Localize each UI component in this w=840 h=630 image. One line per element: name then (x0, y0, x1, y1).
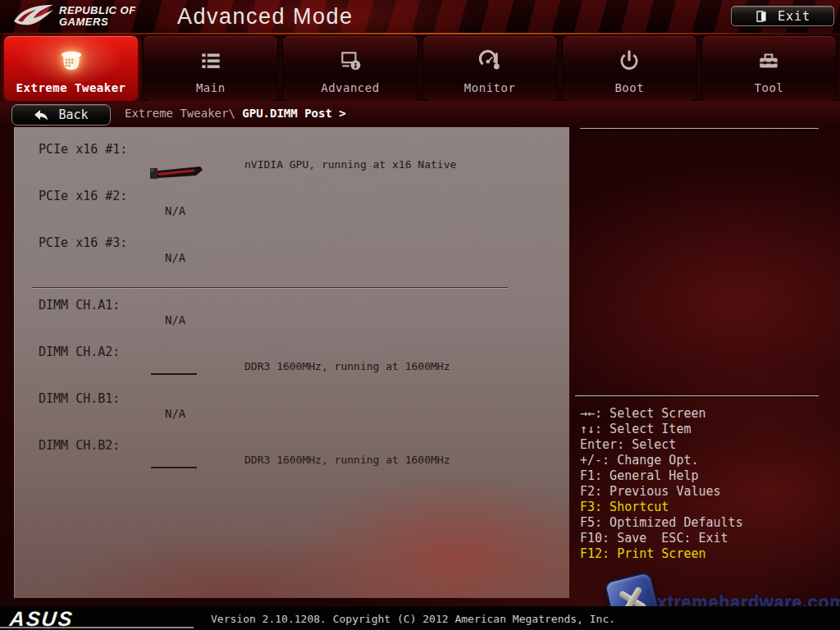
row-value: DDR3 1600MHz, running at 1600MHz (244, 360, 450, 372)
legend-item: ↑↓: Select Item (580, 422, 826, 437)
row-value: nVIDIA GPU, running at x16 Native (244, 158, 456, 171)
breadcrumb: Extreme Tweaker\ GPU.DIMM Post > (125, 107, 346, 120)
tab-extreme-tweaker[interactable]: Extreme Tweaker (4, 36, 138, 101)
tab-label: Main (144, 81, 277, 94)
sidebar-divider (575, 395, 819, 396)
legend-item: +/-: Change Opt. (580, 453, 826, 468)
dimm-stick-image (151, 467, 197, 468)
row-value: N/A (165, 251, 185, 264)
asus-underline (0, 627, 194, 628)
tab-label: Tool (702, 81, 836, 94)
brand-line2: GAMERS (59, 16, 136, 28)
tab-tool[interactable]: Tool (702, 36, 836, 101)
exit-label: Exit (778, 9, 810, 24)
tab-monitor[interactable]: Monitor (423, 36, 557, 101)
row-value: N/A (165, 204, 185, 217)
legend-item: Enter: Select (580, 437, 826, 453)
dimm-stick-image (151, 373, 197, 375)
bottom-bar: ASUS Version 2.10.1208. Copyright (C) 20… (0, 606, 840, 630)
page-title: Advanced Mode (177, 4, 354, 30)
top-bar: REPUBLIC OF GAMERS Advanced Mode Exit (0, 0, 840, 33)
legend-item: F5: Optimized Defaults (580, 515, 826, 531)
accent-divider (0, 33, 840, 34)
legend-item: F2: Previous Values (580, 484, 826, 500)
row-label: DIMM CH.A2: (39, 345, 120, 359)
tab-main[interactable]: Main (144, 36, 277, 101)
tab-label: Advanced (283, 81, 417, 94)
row-label: PCIe x16 #1: (39, 142, 127, 157)
tab-boot[interactable]: Boot (563, 36, 696, 101)
rog-eye-icon (13, 2, 56, 30)
breadcrumb-bar: Back Extreme Tweaker\ GPU.DIMM Post > (0, 101, 840, 130)
key-legend: →←: Select Screen ↑↓: Select Item Enter:… (580, 406, 826, 562)
tab-advanced[interactable]: Advanced (283, 36, 417, 101)
power-icon (563, 43, 696, 78)
breadcrumb-current: GPU.DIMM Post > (242, 107, 345, 120)
row-label: DIMM CH.A1: (39, 298, 120, 313)
row-label: PCIe x16 #2: (39, 189, 127, 203)
legend-item: →←: Select Screen (580, 406, 826, 422)
brand-line1: REPUBLIC OF (59, 5, 136, 16)
back-arrow-icon (34, 109, 48, 121)
tab-bar: Extreme Tweaker Main (0, 36, 840, 101)
back-label: Back (58, 107, 88, 122)
gauge-thermometer-icon (423, 43, 557, 78)
brand-text: REPUBLIC OF GAMERS (59, 5, 136, 28)
row-label: DIMM CH.B2: (39, 438, 120, 453)
legend-item: F10: Save ESC: Exit (580, 531, 826, 546)
sidebar-top-line (580, 128, 819, 129)
tweaker-glow-icon (4, 43, 138, 78)
exit-button[interactable]: Exit (731, 6, 834, 26)
list-icon (144, 43, 277, 78)
row-label: PCIe x16 #3: (39, 235, 127, 250)
panels-info-icon (283, 43, 417, 78)
back-button[interactable]: Back (11, 104, 111, 126)
legend-item: F1: General Help (580, 468, 826, 484)
row-value: N/A (165, 313, 185, 326)
version-text: Version 2.10.1208. Copyright (C) 2012 Am… (211, 613, 615, 625)
row-value: N/A (165, 407, 185, 420)
breadcrumb-prefix: Extreme Tweaker\ (125, 107, 242, 120)
tab-label: Extreme Tweaker (4, 81, 138, 94)
tab-label: Monitor (423, 81, 557, 94)
gpu-card-image (148, 164, 204, 184)
section-divider (32, 287, 508, 288)
row-label: DIMM CH.B1: (39, 391, 120, 406)
legend-item-highlight: F12: Print Screen (580, 546, 826, 562)
tab-label: Boot (563, 81, 696, 94)
legend-item-highlight: F3: Shortcut (580, 500, 826, 515)
toolbox-icon (702, 43, 836, 78)
exit-door-icon (755, 10, 768, 23)
main-panel: PCIe x16 #1: nVIDIA GPU, running at x16 … (14, 127, 569, 598)
row-value: DDR3 1600MHz, running at 1600MHz (244, 454, 450, 466)
